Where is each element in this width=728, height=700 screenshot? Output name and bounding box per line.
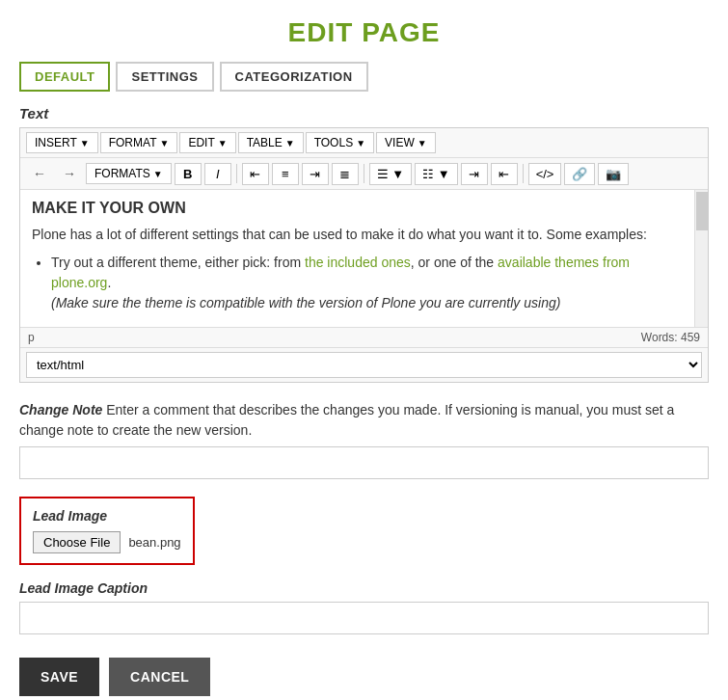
align-right-btn[interactable]: ⇥ <box>302 163 329 185</box>
editor-tag-indicator: p <box>28 331 35 344</box>
insert-caret-icon: ▼ <box>80 138 90 148</box>
lead-image-label: Lead Image <box>33 508 181 524</box>
indent-btn[interactable]: ⇥ <box>461 163 488 185</box>
editor-content-area[interactable]: MAKE IT YOUR OWN Plone has a lot of diff… <box>20 190 708 327</box>
outdent-btn[interactable]: ⇤ <box>491 163 518 185</box>
toolbar-row2: ← → FORMATS ▼ B I ⇤ ≡ ⇥ ≣ ☰ ▼ ☷ ▼ ⇥ ⇤ </… <box>20 158 708 190</box>
ordered-list-btn[interactable]: ☷ ▼ <box>415 163 457 185</box>
tools-menu-btn[interactable]: TOOLS ▼ <box>306 132 374 153</box>
cancel-button[interactable]: CANCEL <box>109 658 210 696</box>
save-button[interactable]: SAVE <box>19 658 99 696</box>
toolbar-row1: INSERT ▼ FORMAT ▼ EDIT ▼ TABLE ▼ TOOLS ▼… <box>20 128 708 158</box>
source-code-btn[interactable]: </> <box>528 163 562 185</box>
edit-caret-icon: ▼ <box>218 138 228 148</box>
redo-btn[interactable]: → <box>56 162 83 185</box>
editor-list-item-1: Try out a different theme, either pick: … <box>51 253 683 313</box>
toolbar-divider-3 <box>523 164 524 183</box>
view-caret-icon: ▼ <box>418 138 427 148</box>
formats-dropdown-btn[interactable]: FORMATS ▼ <box>86 163 172 184</box>
insert-menu-btn[interactable]: INSERT ▼ <box>26 132 98 153</box>
tab-settings[interactable]: SETTINGS <box>116 62 213 92</box>
lead-image-caption-section: Lead Image Caption <box>19 580 709 634</box>
tools-caret-icon: ▼ <box>356 138 365 148</box>
bold-btn[interactable]: B <box>175 163 202 185</box>
editor-status-bar: p Words: 459 <box>20 327 708 347</box>
change-note-input[interactable] <box>19 446 709 479</box>
undo-btn[interactable]: ← <box>26 162 53 185</box>
formats-caret-icon: ▼ <box>153 169 163 179</box>
change-note-label: Change Note Enter a comment that describ… <box>19 400 709 441</box>
editor-list: Try out a different theme, either pick: … <box>51 253 683 313</box>
tab-categorization[interactable]: CATEGORIZATION <box>220 62 368 92</box>
editor-list-item-2: (Make sure the theme is compatible with … <box>51 295 560 310</box>
toolbar-divider-1 <box>236 164 237 183</box>
italic-btn[interactable]: I <box>204 163 231 185</box>
view-menu-btn[interactable]: VIEW ▼ <box>376 132 436 153</box>
align-justify-btn[interactable]: ≣ <box>332 163 359 185</box>
included-ones-link[interactable]: the included ones <box>305 255 411 270</box>
editor-word-count: Words: 459 <box>641 331 700 344</box>
format-menu-btn[interactable]: FORMAT ▼ <box>100 132 178 153</box>
lead-image-caption-input[interactable] <box>19 602 709 634</box>
rich-text-editor: INSERT ▼ FORMAT ▼ EDIT ▼ TABLE ▼ TOOLS ▼… <box>19 127 709 383</box>
unordered-list-btn[interactable]: ☰ ▼ <box>369 163 412 185</box>
format-caret-icon: ▼ <box>159 138 169 148</box>
page-title: EDIT PAGE <box>0 0 728 62</box>
table-menu-btn[interactable]: TABLE ▼ <box>238 132 304 153</box>
edit-menu-btn[interactable]: EDIT ▼ <box>179 132 235 153</box>
link-btn[interactable]: 🔗 <box>564 163 595 185</box>
file-name-display: bean.png <box>128 535 180 550</box>
lead-image-caption-label: Lead Image Caption <box>19 580 709 596</box>
format-select[interactable]: text/html text/plain text/restructured <box>26 352 702 378</box>
text-field-label: Text <box>19 105 709 121</box>
editor-scrollbar[interactable] <box>694 190 708 327</box>
image-btn[interactable]: 📷 <box>598 163 629 185</box>
align-center-btn[interactable]: ≡ <box>272 163 299 185</box>
main-content: Text INSERT ▼ FORMAT ▼ EDIT ▼ TABLE ▼ TO… <box>0 105 728 700</box>
editor-scroll-thumb <box>696 192 708 230</box>
lead-image-section: Lead Image Choose File bean.png <box>19 497 195 565</box>
format-select-row: text/html text/plain text/restructured <box>20 347 708 382</box>
align-left-btn[interactable]: ⇤ <box>242 163 269 185</box>
change-note-section: Change Note Enter a comment that describ… <box>19 400 709 479</box>
tab-default[interactable]: DEFAULT <box>19 62 110 92</box>
tabs-bar: DEFAULT SETTINGS CATEGORIZATION <box>0 62 728 105</box>
toolbar-divider-2 <box>364 164 364 183</box>
editor-paragraph: Plone has a lot of different settings th… <box>32 225 683 245</box>
action-buttons: SAVE CANCEL <box>19 658 709 700</box>
editor-heading: MAKE IT YOUR OWN <box>32 200 683 217</box>
editor-body: MAKE IT YOUR OWN Plone has a lot of diff… <box>20 190 708 327</box>
table-caret-icon: ▼ <box>285 138 295 148</box>
file-input-row: Choose File bean.png <box>33 531 181 553</box>
choose-file-btn[interactable]: Choose File <box>33 531 121 553</box>
